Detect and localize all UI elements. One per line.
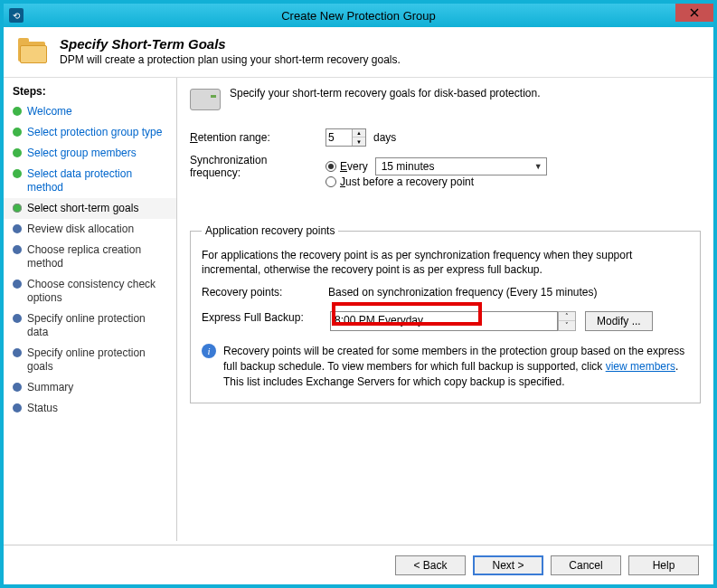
step-label: Choose replica creation method [27, 243, 167, 270]
back-button[interactable]: < Back [395, 555, 466, 575]
steps-sidebar: Steps: Welcome Select protection group t… [4, 78, 177, 541]
step-review-disk-allocation: Review disk allocation [4, 219, 176, 240]
step-label: Specify online protection data [27, 312, 167, 339]
recovery-points-label: Recovery points: [202, 286, 328, 299]
listbox-scroll[interactable]: ˄ ˅ [558, 311, 576, 331]
step-select-short-term-goals: Select short-term goals [4, 198, 176, 219]
view-members-link[interactable]: view members [606, 360, 675, 373]
step-summary: Summary [4, 377, 176, 398]
step-specify-online-protection-data: Specify online protection data [4, 308, 176, 343]
intro-text: Specify your short-term recovery goals f… [230, 87, 540, 100]
page-title: Specify Short-Term Goals [60, 36, 401, 52]
step-label: Specify online protection goals [27, 346, 167, 374]
step-choose-replica-creation-method: Choose replica creation method [4, 240, 176, 274]
bullet-pending-icon [13, 224, 22, 233]
window-title: Create New Protection Group [4, 9, 713, 23]
radio-just-before-label: Just before a recovery point [340, 175, 474, 188]
retention-range-spinner[interactable]: ▲ ▼ [325, 128, 366, 147]
bullet-pending-icon [13, 403, 22, 413]
titlebar: ⟲ Create New Protection Group [4, 4, 713, 27]
step-status: Status [4, 398, 176, 419]
step-label: Status [27, 402, 58, 415]
step-specify-online-protection-goals: Specify online protection goals [4, 343, 176, 377]
bullet-done-icon [13, 128, 22, 137]
close-button[interactable] [675, 4, 713, 22]
application-recovery-points-group: Application recovery points For applicat… [190, 224, 701, 403]
step-label: Summary [27, 381, 73, 394]
radio-every[interactable] [325, 161, 336, 172]
step-select-data-protection-method[interactable]: Select data protection method [4, 164, 176, 198]
bullet-current-icon [13, 204, 22, 213]
bullet-pending-icon [13, 314, 22, 323]
wizard-footer: < Back Next > Cancel Help [4, 545, 713, 584]
cancel-button[interactable]: Cancel [551, 555, 621, 575]
step-select-group-members[interactable]: Select group members [4, 143, 176, 164]
info-text: Recovery points will be created for some… [223, 344, 689, 389]
close-icon [690, 8, 699, 17]
retention-range-label: Retention range: [190, 131, 316, 144]
step-label: Review disk allocation [27, 223, 134, 236]
page-header: Specify Short-Term Goals DPM will create… [4, 27, 713, 78]
retention-unit: days [373, 131, 396, 144]
express-full-backup-label: Express Full Backup: [202, 311, 328, 324]
main-panel: Specify your short-term recovery goals f… [177, 78, 713, 541]
group-description: For applications the recovery point is a… [202, 248, 689, 277]
step-link[interactable]: Select data protection method [27, 167, 167, 194]
window-frame: ⟲ Create New Protection Group Specify Sh… [0, 0, 717, 588]
page-subtitle: DPM will create a protection plan using … [60, 53, 401, 66]
step-label: Choose consistency check options [27, 278, 167, 305]
radio-every-label: Every [340, 160, 368, 173]
express-full-backup-value: 8:00 PM Everyday [335, 314, 423, 327]
sync-interval-dropdown[interactable]: 15 minutes ▼ [375, 157, 547, 175]
express-full-backup-list[interactable]: 8:00 PM Everyday [330, 311, 558, 331]
folder-icon [18, 38, 51, 65]
step-welcome[interactable]: Welcome [4, 101, 176, 122]
sync-interval-value: 15 minutes [382, 160, 435, 173]
step-select-protection-group-type[interactable]: Select protection group type [4, 122, 176, 143]
next-button[interactable]: Next > [473, 555, 543, 575]
step-link[interactable]: Select protection group type [27, 126, 162, 139]
steps-heading: Steps: [4, 83, 176, 101]
radio-just-before[interactable] [325, 176, 336, 187]
bullet-done-icon [13, 169, 22, 178]
chevron-down-icon: ▼ [534, 162, 542, 171]
disk-icon [190, 89, 221, 110]
spinner-down-icon[interactable]: ▼ [353, 138, 365, 146]
bullet-pending-icon [13, 348, 22, 357]
step-choose-consistency-check-options: Choose consistency check options [4, 274, 176, 308]
group-legend: Application recovery points [202, 224, 338, 237]
step-label: Select short-term goals [27, 202, 138, 215]
recovery-points-value: Based on synchronization frequency (Ever… [328, 286, 598, 299]
info-icon: i [202, 344, 216, 358]
modify-button[interactable]: Modify ... [585, 311, 653, 331]
bullet-pending-icon [13, 245, 22, 254]
retention-range-input[interactable] [326, 129, 352, 146]
bullet-pending-icon [13, 383, 22, 392]
step-link[interactable]: Select group members [27, 147, 137, 160]
spinner-up-icon[interactable]: ▲ [353, 129, 365, 138]
help-button[interactable]: Help [628, 555, 699, 575]
bullet-done-icon [13, 148, 22, 157]
bullet-done-icon [13, 107, 22, 116]
bullet-pending-icon [13, 280, 22, 289]
scroll-down-icon[interactable]: ˅ [559, 321, 575, 330]
step-link[interactable]: Welcome [27, 105, 72, 119]
scroll-up-icon[interactable]: ˄ [559, 312, 575, 321]
